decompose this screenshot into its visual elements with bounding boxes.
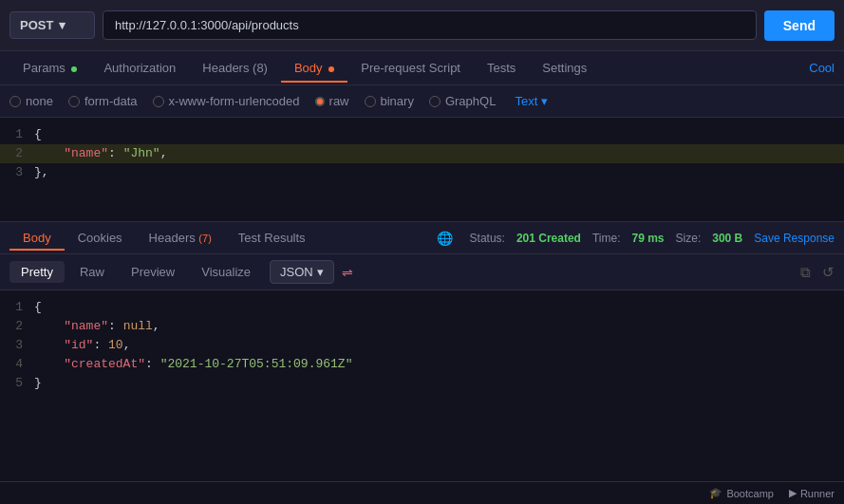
body-type-binary[interactable]: binary bbox=[365, 94, 414, 108]
resp-tab-cookies-label: Cookies bbox=[78, 231, 122, 245]
resp-linenum-5: 5 bbox=[0, 374, 34, 393]
response-status: 🌐 Status: 201 Created Time: 79 ms Size: … bbox=[437, 231, 835, 246]
format-raw-button[interactable]: Raw bbox=[68, 261, 116, 283]
body-type-graphql[interactable]: GraphQL bbox=[429, 94, 496, 108]
resp-linenum-3: 3 bbox=[0, 336, 34, 355]
resp-line-3: 3 "id": 10, bbox=[0, 336, 844, 355]
json-format-label: JSON bbox=[280, 265, 313, 279]
resp-line-2: 2 "name": null, bbox=[0, 317, 844, 336]
request-body-editor[interactable]: 1 { 2 "name": "Jhn", 3 }, bbox=[0, 118, 844, 222]
req-linenum-3: 3 bbox=[0, 163, 34, 182]
response-header: Body Cookies Headers (7) Test Results 🌐 … bbox=[0, 222, 844, 254]
wrap-icon[interactable]: ↺ bbox=[822, 264, 835, 281]
copy-icon[interactable]: ⧉ bbox=[800, 264, 811, 281]
globe-icon: 🌐 bbox=[437, 231, 453, 246]
bootcamp-label: Bootcamp bbox=[726, 488, 774, 499]
bootcamp-icon: 🎓 bbox=[709, 487, 722, 499]
req-line-1: 1 { bbox=[0, 125, 844, 144]
json-format-dropdown[interactable]: JSON ▾ bbox=[270, 260, 334, 284]
status-value: 201 Created bbox=[516, 232, 581, 245]
url-input[interactable] bbox=[103, 10, 757, 40]
tab-authorization[interactable]: Authorization bbox=[90, 53, 189, 83]
body-type-urlencoded[interactable]: x-www-form-urlencoded bbox=[153, 94, 300, 108]
resp-tab-headers-label: Headers bbox=[149, 231, 199, 245]
tab-settings[interactable]: Settings bbox=[529, 53, 600, 83]
resp-code-4: "createdAt": "2021-10-27T05:51:09.961Z" bbox=[34, 355, 844, 374]
bootcamp-link[interactable]: 🎓 Bootcamp bbox=[709, 487, 774, 499]
req-line-3: 3 }, bbox=[0, 163, 844, 182]
tab-headers[interactable]: Headers (8) bbox=[189, 53, 281, 83]
runner-link[interactable]: ▶ Runner bbox=[789, 487, 835, 499]
resp-code-2: "name": null, bbox=[34, 317, 844, 336]
tab-authorization-label: Authorization bbox=[103, 61, 176, 75]
resp-code-5: } bbox=[34, 374, 844, 393]
json-dropdown-chevron: ▾ bbox=[317, 265, 324, 279]
filter-icon[interactable]: ⇌ bbox=[342, 265, 353, 280]
resp-line-5: 5 } bbox=[0, 374, 844, 393]
body-type-row: none form-data x-www-form-urlencoded raw… bbox=[0, 85, 844, 118]
size-label: Size: bbox=[676, 232, 702, 245]
format-pretty-button[interactable]: Pretty bbox=[9, 261, 65, 283]
params-dot bbox=[71, 66, 77, 72]
tab-pre-request-label: Pre-request Script bbox=[361, 61, 460, 75]
resp-tab-body-label: Body bbox=[23, 231, 51, 245]
size-value: 300 B bbox=[712, 232, 742, 245]
req-linenum-2: 2 bbox=[0, 144, 34, 163]
radio-raw bbox=[315, 97, 325, 106]
save-response-button[interactable]: Save Response bbox=[754, 232, 835, 245]
cool-link[interactable]: Cool bbox=[809, 61, 835, 75]
method-select[interactable]: POST ▾ bbox=[9, 11, 95, 39]
radio-form-data bbox=[68, 96, 80, 107]
resp-linenum-2: 2 bbox=[0, 317, 34, 336]
format-preview-button[interactable]: Preview bbox=[120, 261, 186, 283]
status-label: Status: bbox=[470, 232, 505, 245]
response-body-editor: 1 { 2 "name": null, 3 "id": 10, 4 "creat… bbox=[0, 290, 844, 504]
req-line-2: 2 "name": "Jhn", bbox=[0, 144, 844, 163]
text-type-label: Text bbox=[515, 94, 537, 108]
radio-graphql bbox=[429, 96, 441, 107]
resp-tab-cookies[interactable]: Cookies bbox=[65, 225, 136, 251]
req-code-2: "name": "Jhn", bbox=[34, 144, 844, 163]
tab-pre-request[interactable]: Pre-request Script bbox=[347, 53, 474, 83]
body-dot bbox=[328, 66, 334, 72]
req-code-3: }, bbox=[34, 163, 844, 182]
resp-code-3: "id": 10, bbox=[34, 336, 844, 355]
top-bar: POST ▾ Send bbox=[0, 0, 844, 51]
body-type-form-data[interactable]: form-data bbox=[68, 94, 138, 108]
time-label: Time: bbox=[592, 232, 621, 245]
resp-tab-headers[interactable]: Headers (7) bbox=[136, 225, 225, 251]
format-row: Pretty Raw Preview Visualize JSON ▾ ⇌ ⧉ … bbox=[0, 254, 844, 290]
resp-tab-test-results[interactable]: Test Results bbox=[225, 225, 319, 251]
time-value: 79 ms bbox=[632, 232, 665, 245]
method-chevron: ▾ bbox=[59, 18, 66, 32]
resp-code-1: { bbox=[34, 298, 844, 317]
runner-label: Runner bbox=[800, 488, 835, 499]
radio-binary bbox=[365, 96, 376, 107]
tab-tests-label: Tests bbox=[487, 61, 516, 75]
runner-icon: ▶ bbox=[789, 487, 797, 499]
text-type-dropdown[interactable]: Text ▾ bbox=[515, 94, 548, 108]
request-tabs-row: Params Authorization Headers (8) Body Pr… bbox=[0, 51, 844, 85]
format-visualize-button[interactable]: Visualize bbox=[190, 261, 262, 283]
tab-body-label: Body bbox=[294, 61, 323, 75]
method-label: POST bbox=[20, 18, 53, 32]
tab-params-label: Params bbox=[23, 61, 66, 75]
resp-headers-badge: (7) bbox=[198, 233, 211, 244]
resp-line-4: 4 "createdAt": "2021-10-27T05:51:09.961Z… bbox=[0, 355, 844, 374]
tab-params[interactable]: Params bbox=[9, 53, 90, 83]
req-code-1: { bbox=[34, 125, 844, 144]
bottom-bar: 🎓 Bootcamp ▶ Runner bbox=[0, 481, 844, 504]
tab-headers-label: Headers (8) bbox=[202, 61, 268, 75]
req-linenum-1: 1 bbox=[0, 125, 34, 144]
resp-linenum-4: 4 bbox=[0, 355, 34, 374]
tab-settings-label: Settings bbox=[542, 61, 587, 75]
resp-tab-body[interactable]: Body bbox=[9, 225, 65, 251]
body-type-none[interactable]: none bbox=[9, 94, 53, 108]
send-button[interactable]: Send bbox=[764, 10, 835, 41]
body-type-raw[interactable]: raw bbox=[315, 94, 349, 108]
resp-linenum-1: 1 bbox=[0, 298, 34, 317]
resp-tab-test-results-label: Test Results bbox=[238, 231, 306, 245]
radio-urlencoded bbox=[153, 96, 164, 107]
tab-tests[interactable]: Tests bbox=[474, 53, 529, 83]
tab-body[interactable]: Body bbox=[281, 53, 347, 83]
